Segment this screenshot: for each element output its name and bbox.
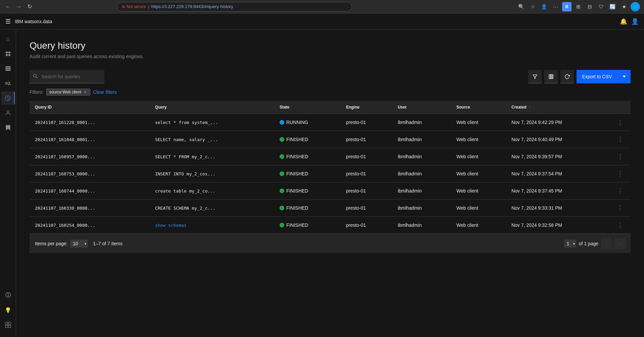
state-finished-icon: ✔ — [280, 188, 284, 193]
filter-tag-source[interactable]: source:Web client ✕ — [46, 89, 90, 95]
search-input[interactable] — [30, 70, 104, 83]
hamburger-menu[interactable]: ☰ — [5, 18, 11, 25]
page-select[interactable]: 1 — [564, 240, 576, 248]
col-header-engine[interactable]: Engine — [341, 101, 392, 114]
table-row: 20241107_160753_0000... INSERT INTO my_2… — [30, 165, 631, 182]
bookmark-star-button[interactable]: ☆ — [528, 2, 537, 11]
notification-bell-icon[interactable]: 🔔 — [620, 18, 627, 25]
row-actions-menu[interactable]: ⋮ — [615, 153, 625, 161]
svg-rect-0 — [6, 51, 8, 53]
browser-icon-grid[interactable]: ⊟ — [585, 2, 594, 11]
state-finished-icon: ✔ — [280, 206, 284, 210]
browser-icon-star2[interactable]: ★ — [619, 2, 629, 11]
source-cell: Web client — [451, 114, 506, 131]
col-header-state[interactable]: State — [274, 101, 341, 114]
browser-icon-b[interactable]: B — [562, 2, 572, 11]
table-header: Query ID Query State Engine User — [30, 101, 631, 114]
row-actions-menu[interactable]: ⋮ — [615, 135, 625, 143]
state-label: FINISHED — [286, 222, 308, 228]
address-bar[interactable]: ✕ Not secure | https://3.227.229.178:944… — [117, 2, 352, 11]
query-text: CREATE SCHEMA my_2_c... — [155, 206, 215, 211]
filters-row: Filters: source:Web client ✕ Clear filte… — [30, 89, 631, 95]
forward-button[interactable]: → — [15, 3, 23, 11]
created-cell: Nov 7, 2024 9:40:49 PM — [506, 131, 610, 148]
user-cell: ibmlhadmin — [392, 114, 451, 131]
browser-icon-shield[interactable]: 🛡 — [596, 2, 606, 11]
export-dropdown-button[interactable] — [617, 70, 631, 83]
svg-rect-10 — [8, 322, 11, 325]
profile-button[interactable]: 👤 — [539, 2, 549, 11]
table-row: 20241107_160254_0000... show schemas ✔ F… — [30, 217, 631, 234]
col-header-query[interactable]: Query — [150, 101, 274, 114]
per-page-select[interactable]: 10 25 50 100 — [70, 240, 88, 248]
col-header-created[interactable]: Created — [506, 101, 610, 114]
svg-rect-17 — [551, 75, 552, 79]
table-body: 20241107_161228_0001... select * from sy… — [30, 114, 631, 234]
state-badge: ✔ FINISHED — [280, 188, 335, 194]
extensions-button[interactable]: ⋯ — [551, 2, 560, 11]
created-cell: Nov 7, 2024 9:37:54 PM — [506, 165, 610, 182]
export-csv-button[interactable]: Export to CSV — [577, 70, 617, 83]
engine-cell: presto-01 — [341, 165, 392, 182]
sidebar-item-info[interactable]: ⓘ — [1, 289, 15, 302]
user-avatar-icon[interactable]: 👤 — [631, 18, 639, 25]
sidebar-item-data[interactable] — [1, 47, 15, 60]
source-cell: Web client — [451, 217, 506, 234]
back-button[interactable]: ← — [4, 3, 12, 11]
clear-filters-button[interactable]: Clear filters — [93, 89, 117, 95]
table-row: 20241107_161048_0001... SELECT name, sal… — [30, 131, 631, 148]
user-cell: ibmlhadmin — [392, 131, 451, 148]
app-container: ⌂ SQL ⓘ 💡 Query history Audit current an… — [0, 30, 644, 337]
query-text: create table my_2_co... — [155, 188, 215, 194]
user-cell: ibmlhadmin — [392, 182, 451, 200]
pagination-right: 1 ▾ of 1 page ‹ › — [564, 238, 625, 249]
pagination-bar: Items per page: 10 25 50 100 ▾ 1–7 of 7 … — [30, 234, 631, 253]
browser-icon-update[interactable]: 🔄 — [608, 2, 617, 11]
browser-icon-bars[interactable]: ⊞ — [574, 2, 583, 11]
next-page-button[interactable]: › — [614, 238, 625, 249]
user-cell: ibmlhadmin — [392, 148, 451, 165]
browser-chrome: ← → ↻ ✕ Not secure | https://3.227.229.1… — [0, 0, 644, 13]
row-actions-menu[interactable]: ⋮ — [615, 204, 625, 212]
engine-cell: presto-01 — [341, 200, 392, 217]
browser-icon-globe[interactable]: 🌐 — [631, 2, 640, 11]
col-header-user[interactable]: User — [392, 101, 451, 114]
query-text-link[interactable]: show schemas — [155, 223, 187, 228]
sidebar-item-integrations[interactable] — [1, 318, 15, 332]
row-actions-menu[interactable]: ⋮ — [615, 187, 625, 195]
state-finished-icon: ✔ — [280, 171, 284, 176]
col-header-source[interactable]: Source — [451, 101, 506, 114]
state-finished-icon: ✔ — [280, 223, 284, 227]
per-page-wrapper: 10 25 50 100 ▾ — [70, 240, 88, 248]
refresh-icon-button[interactable] — [560, 70, 574, 83]
sidebar-item-home[interactable]: ⌂ — [1, 32, 15, 46]
columns-icon-button[interactable] — [544, 70, 558, 83]
source-cell: Web client — [451, 182, 506, 200]
prev-page-button[interactable]: ‹ — [601, 238, 612, 249]
svg-rect-9 — [5, 322, 8, 325]
query-text: SELECT name, salary _... — [155, 137, 218, 142]
svg-marker-15 — [533, 75, 537, 78]
sidebar-item-infrastructure[interactable] — [1, 62, 15, 75]
svg-rect-12 — [8, 325, 11, 328]
col-header-query-id[interactable]: Query ID — [30, 101, 150, 114]
sidebar-item-query-history[interactable] — [1, 91, 15, 105]
toolbar: Export to CSV — [30, 70, 631, 83]
browser-search-button[interactable]: 🔍 — [516, 2, 526, 11]
sidebar-item-tips[interactable]: 💡 — [1, 303, 15, 317]
filter-icon-button[interactable] — [528, 70, 542, 83]
reload-button[interactable]: ↻ — [26, 3, 34, 11]
svg-point-8 — [7, 111, 9, 113]
state-label: FINISHED — [286, 154, 308, 159]
sidebar-item-bookmark[interactable] — [1, 121, 15, 134]
row-actions-menu[interactable]: ⋮ — [615, 118, 625, 126]
table-row: 20241107_161228_0001... select * from sy… — [30, 114, 631, 131]
filter-tag-close-icon[interactable]: ✕ — [83, 90, 87, 94]
state-running-icon — [280, 120, 284, 125]
row-actions-menu[interactable]: ⋮ — [615, 170, 625, 178]
page-of-label: of 1 page — [579, 241, 598, 246]
sidebar-item-sql[interactable]: SQL — [1, 77, 15, 90]
query-id-cell: 20241107_160744_0000... — [35, 188, 95, 194]
sidebar-item-access[interactable] — [1, 106, 15, 120]
row-actions-menu[interactable]: ⋮ — [615, 221, 625, 229]
